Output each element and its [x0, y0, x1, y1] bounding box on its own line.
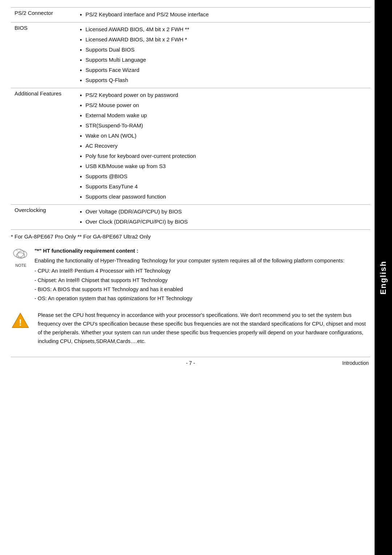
- bullet-dot: •: [80, 132, 82, 140]
- main-content: PS/2 Connector•PS/2 Keyboard interface a…: [11, 0, 370, 376]
- bullet-dot: •: [80, 122, 82, 130]
- item-text: STR(Suspend-To-RAM): [86, 122, 143, 130]
- spec-table: PS/2 Connector•PS/2 Keyboard interface a…: [11, 7, 370, 230]
- list-item: •Supports EasyTune 4: [80, 182, 367, 192]
- bullet-dot: •: [80, 162, 82, 171]
- item-text: PS/2 Mouse power on: [86, 101, 139, 110]
- list-item: •Over Voltage (DDR/AGP/CPU) by BIOS: [80, 207, 367, 217]
- list-item: •Supports @BIOS: [80, 172, 367, 182]
- item-text: Supports Multi Language: [86, 56, 146, 64]
- row-label: PS/2 Connector: [11, 8, 76, 23]
- bullet-dot: •: [80, 46, 82, 54]
- bullet-dot: •: [80, 193, 82, 201]
- bullet-dot: •: [80, 152, 82, 161]
- svg-point-1: [17, 251, 27, 258]
- list-item: •Licensed AWARD BIOS, 4M bit x 2 FWH **: [80, 25, 367, 35]
- item-text: PS/2 Keyboard interface and PS/2 Mouse i…: [86, 11, 209, 19]
- list-item: •STR(Suspend-To-RAM): [80, 121, 367, 131]
- row-items: •PS/2 Keyboard interface and PS/2 Mouse …: [76, 8, 370, 23]
- row-label: BIOS: [11, 23, 76, 88]
- item-text: Licensed AWARD BIOS, 3M bit x 2 FWH *: [86, 36, 187, 44]
- row-label: Overclocking: [11, 205, 76, 230]
- item-text: Wake on LAN (WOL): [86, 132, 136, 140]
- list-item: •Wake on LAN (WOL): [80, 131, 367, 141]
- item-text: Supports EasyTune 4: [86, 183, 138, 191]
- list-item: •Supports clear password function: [80, 192, 367, 202]
- note-title: "*" HT functionality requirement content…: [34, 247, 370, 255]
- bullet-dot: •: [80, 76, 82, 85]
- footer-spacer: [12, 360, 56, 366]
- table-row: BIOS•Licensed AWARD BIOS, 4M bit x 2 FWH…: [11, 23, 370, 88]
- svg-line-3: [16, 250, 17, 251]
- item-text: Supports Dual BIOS: [86, 46, 135, 54]
- svg-text:!: !: [19, 318, 22, 327]
- row-items: •Licensed AWARD BIOS, 4M bit x 2 FWH **•…: [76, 23, 370, 88]
- row-label: Additional Features: [11, 88, 76, 205]
- bullet-dot: •: [80, 183, 82, 191]
- list-item: •Supports Dual BIOS: [80, 45, 367, 55]
- note-intro: Enabling the functionality of Hyper-Thre…: [34, 257, 370, 265]
- footer-bar: - 7 - Introduction: [11, 357, 370, 369]
- list-item: •Over Clock (DDR/AGP/CPU/PCI) by BIOS: [80, 217, 367, 227]
- page-number: - 7 -: [186, 360, 195, 366]
- footer-note: * For GA-8PE667 Pro Only ** For GA-8PE66…: [11, 233, 370, 240]
- side-tab-label: English: [379, 261, 388, 294]
- warning-icon-container: !: [11, 311, 33, 331]
- list-item: •Supports Multi Language: [80, 55, 367, 65]
- row-items: •Over Voltage (DDR/AGP/CPU) by BIOS•Over…: [76, 205, 370, 230]
- note-list-item: - BIOS: A BIOS that supports HT Technolo…: [34, 285, 370, 294]
- note-icon-svg: [12, 247, 30, 261]
- bullet-dot: •: [80, 208, 82, 216]
- bullet-dot: •: [80, 25, 82, 34]
- note-icon-container: NOTE: [11, 247, 31, 268]
- bullet-dot: •: [80, 36, 82, 44]
- item-text: USB KB/Mouse wake up from S3: [86, 162, 166, 171]
- list-item: •PS/2 Keyboard interface and PS/2 Mouse …: [80, 10, 367, 20]
- bullet-dot: •: [80, 142, 82, 151]
- side-tab: English: [375, 0, 392, 555]
- table-row: Overclocking•Over Voltage (DDR/AGP/CPU) …: [11, 205, 370, 230]
- bullet-dot: •: [80, 101, 82, 110]
- note-content: "*" HT functionality requirement content…: [34, 247, 370, 303]
- list-item: •Licensed AWARD BIOS, 3M bit x 2 FWH *: [80, 35, 367, 45]
- bullet-dot: •: [80, 218, 82, 227]
- item-text: Over Clock (DDR/AGP/CPU/PCI) by BIOS: [86, 218, 188, 226]
- item-text: Supports @BIOS: [86, 172, 127, 181]
- item-text: Supports Q-Flash: [86, 76, 128, 85]
- item-text: PS/2 Keyboard power on by password: [86, 91, 178, 99]
- warning-text: Please set the CPU host frequency in acc…: [38, 311, 370, 346]
- bullet-dot: •: [80, 91, 82, 100]
- bullet-dot: •: [80, 111, 82, 120]
- item-text: Poly fuse for keyboard over-current prot…: [86, 152, 196, 160]
- list-item: •Poly fuse for keyboard over-current pro…: [80, 151, 367, 162]
- bullet-dot: •: [80, 56, 82, 65]
- item-text: Over Voltage (DDR/AGP/CPU) by BIOS: [86, 208, 182, 216]
- table-row: PS/2 Connector•PS/2 Keyboard interface a…: [11, 8, 370, 23]
- list-item: •USB KB/Mouse wake up from S3: [80, 162, 367, 172]
- note-list-item: - OS: An operation system that has optim…: [34, 294, 370, 303]
- list-item: •AC Recovery: [80, 141, 367, 151]
- item-text: External Modem wake up: [86, 111, 147, 120]
- item-text: Licensed AWARD BIOS, 4M bit x 2 FWH **: [86, 25, 189, 34]
- list-item: •Supports Face Wizard: [80, 65, 367, 76]
- item-text: Supports Face Wizard: [86, 66, 139, 74]
- list-item: •External Modem wake up: [80, 111, 367, 121]
- list-item: •PS/2 Mouse power on: [80, 101, 367, 111]
- note-section: NOTE "*" HT functionality requirement co…: [11, 247, 370, 303]
- list-item: •Supports Q-Flash: [80, 76, 367, 86]
- svg-line-4: [20, 249, 20, 250]
- note-list: - CPU: An Intel® Pentium 4 Processor wit…: [34, 266, 370, 303]
- warning-icon-svg: !: [11, 311, 30, 330]
- warning-section: ! Please set the CPU host frequency in a…: [11, 311, 370, 346]
- bullet-dot: •: [80, 66, 82, 75]
- note-list-item: - CPU: An Intel® Pentium 4 Processor wit…: [34, 266, 370, 276]
- item-text: Supports clear password function: [86, 193, 166, 201]
- row-items: •PS/2 Keyboard power on by password•PS/2…: [76, 88, 370, 205]
- footer-section: Introduction: [325, 360, 369, 366]
- bullet-dot: •: [80, 11, 82, 19]
- note-label-text: NOTE: [11, 263, 31, 268]
- list-item: •PS/2 Keyboard power on by password: [80, 90, 367, 101]
- note-list-item: - Chipset: An Intel® Chipset that suppor…: [34, 276, 370, 285]
- table-row: Additional Features•PS/2 Keyboard power …: [11, 88, 370, 205]
- item-text: AC Recovery: [86, 142, 118, 150]
